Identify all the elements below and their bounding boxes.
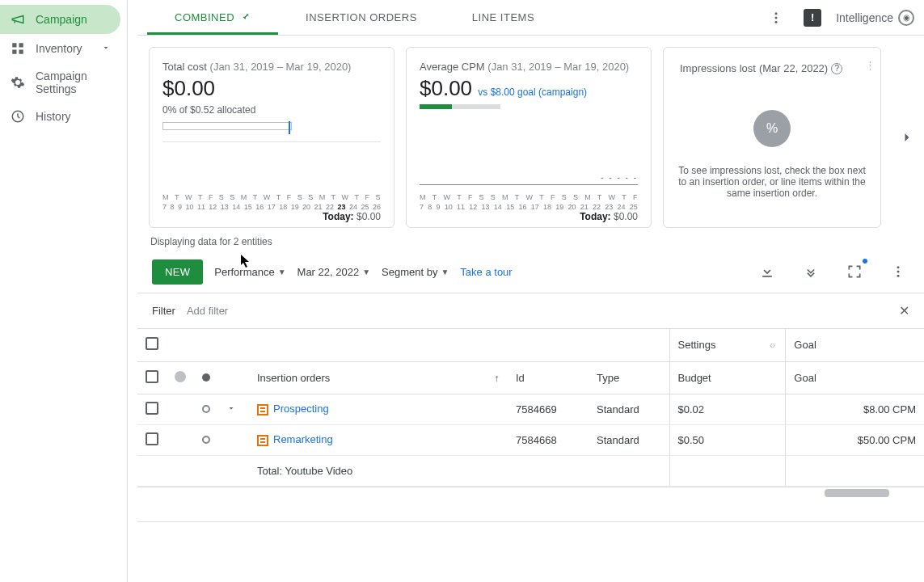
entity-count-text: Displaying data for 2 entities xyxy=(137,228,924,247)
total-label: Total: Youtube Video xyxy=(249,455,508,486)
chevron-down-icon: ▼ xyxy=(362,268,370,276)
cards-row: Total cost (Jan 31, 2019 – Mar 19, 2020)… xyxy=(137,36,924,228)
intelligence-button[interactable]: Intelligence ◉ xyxy=(836,10,914,26)
svg-rect-2 xyxy=(12,50,16,54)
row-goal: $8.00 CPM xyxy=(786,394,924,424)
tab-combined[interactable]: COMBINED xyxy=(147,0,278,35)
sidebar-label: History xyxy=(36,110,71,123)
table-row[interactable]: Prospecting 7584669 Standard $0.02 $8.00… xyxy=(137,394,924,424)
select-all-checkbox[interactable] xyxy=(146,337,158,350)
add-filter-button[interactable]: Add filter xyxy=(187,305,228,317)
download-icon[interactable] xyxy=(754,259,780,285)
select-all-checkbox[interactable] xyxy=(146,370,158,383)
sidebar-item-inventory[interactable]: Inventory xyxy=(0,34,120,63)
fullscreen-icon[interactable] xyxy=(842,259,867,285)
row-type: Standard xyxy=(589,424,669,455)
budget-bar xyxy=(162,122,292,130)
card-range: (Jan 31, 2019 – Mar 19, 2020) xyxy=(487,61,629,73)
expand-rows-icon[interactable] xyxy=(798,259,824,285)
col-group-goal: Goal xyxy=(794,339,816,351)
megaphone-icon xyxy=(10,11,26,27)
card-range: (Mar 22, 2022) xyxy=(759,62,828,74)
top-actions: ! Intelligence ◉ xyxy=(763,5,914,31)
new-button[interactable]: NEW xyxy=(152,259,203,285)
column-resize-handle[interactable]: ‹ › xyxy=(766,340,777,351)
card-title: Total cost xyxy=(162,61,207,73)
dropdown-label: Performance xyxy=(214,266,274,278)
table-bottom-border xyxy=(137,521,924,522)
today-value: $0.00 xyxy=(357,211,381,222)
svg-rect-3 xyxy=(19,50,23,54)
chevron-right-icon[interactable] xyxy=(897,127,918,148)
card-menu-icon[interactable]: ⋮ xyxy=(865,59,875,71)
row-name-link[interactable]: Prospecting xyxy=(273,403,329,415)
card-range: (Jan 31, 2019 – Mar 19, 2020) xyxy=(210,61,352,73)
inbox-icon[interactable]: ! xyxy=(804,9,821,27)
card-subtext: 0% of $0.52 allocated xyxy=(162,104,381,116)
sort-asc-icon: ↑ xyxy=(495,372,500,384)
today-label: Today: xyxy=(323,211,353,222)
help-icon[interactable]: ? xyxy=(831,63,842,74)
svg-point-8 xyxy=(897,266,900,268)
insertion-order-icon xyxy=(257,404,268,415)
segment-dropdown[interactable]: Segment by ▼ xyxy=(382,266,449,278)
table-row[interactable]: Remarketing 7584668 Standard $0.50 $50.0… xyxy=(137,424,924,455)
dropdown-label: Mar 22, 2022 xyxy=(297,266,360,278)
col-type[interactable]: Type xyxy=(589,361,669,394)
inventory-icon xyxy=(10,40,26,57)
card-impressions-lost: ⋮ Impressions lost (Mar 22, 2022) ? % To… xyxy=(663,47,881,228)
row-checkbox[interactable] xyxy=(146,432,158,445)
more-vert-icon[interactable] xyxy=(763,5,789,31)
sidebar-item-history[interactable]: History xyxy=(0,102,120,131)
card-value: $0.00 xyxy=(162,76,381,101)
col-id[interactable]: Id xyxy=(508,361,589,394)
take-tour-link[interactable]: Take a tour xyxy=(460,266,512,278)
card-title: Impressions lost xyxy=(680,62,756,74)
col-label: Insertion orders xyxy=(257,372,330,384)
date-range-dropdown[interactable]: Mar 22, 2022 ▼ xyxy=(297,266,371,278)
tab-insertion-orders[interactable]: INSERTION ORDERS xyxy=(278,0,445,35)
horizontal-scrollbar-thumb[interactable] xyxy=(825,489,889,497)
svg-point-9 xyxy=(897,271,900,273)
chevron-down-icon: ▼ xyxy=(441,268,449,276)
dates-axis: 78910111213141516171819202122232425 xyxy=(420,203,638,211)
performance-dropdown[interactable]: Performance ▼ xyxy=(214,266,285,278)
tab-label: COMBINED xyxy=(175,11,234,23)
sparkline xyxy=(420,184,638,185)
tabs: COMBINED INSERTION ORDERS LINE ITEMS xyxy=(147,0,562,35)
gear-icon xyxy=(10,74,26,91)
days-axis: MTWTFSSMTWTFSSMTWTFS xyxy=(162,193,381,201)
sidebar-label: Campaign xyxy=(36,13,87,26)
row-type: Standard xyxy=(589,394,669,424)
svg-rect-1 xyxy=(19,43,23,47)
sidebar-item-campaign-settings[interactable]: Campaign Settings xyxy=(0,63,120,102)
cards-next xyxy=(892,127,922,148)
progress-bar xyxy=(420,104,500,109)
today-label: Today: xyxy=(580,211,610,222)
row-id: 7584669 xyxy=(508,394,589,424)
expand-toggle[interactable] xyxy=(226,403,241,415)
sidebar: Campaign Inventory Campaign Settings His… xyxy=(0,0,128,582)
tab-label: INSERTION ORDERS xyxy=(306,11,417,23)
close-filter-icon[interactable]: ✕ xyxy=(899,303,909,318)
row-checkbox[interactable] xyxy=(146,402,158,415)
col-budget[interactable]: Budget xyxy=(669,361,758,394)
toolbar: NEW Performance ▼ Mar 22, 2022 ▼ Segment… xyxy=(137,247,924,293)
row-name-link[interactable]: Remarketing xyxy=(273,433,333,445)
pin-icon xyxy=(241,11,251,23)
sidebar-item-campaign[interactable]: Campaign xyxy=(0,5,120,34)
table-wrapper: Settings ‹ › Goal Insertion orders ↑ Id … xyxy=(137,329,924,487)
col-group-settings: Settings xyxy=(678,339,716,351)
sidebar-label: Campaign Settings xyxy=(36,70,111,95)
row-budget: $0.50 xyxy=(669,424,758,455)
more-vert-icon[interactable] xyxy=(885,259,911,285)
chevron-down-icon xyxy=(101,42,111,55)
col-insertion-orders[interactable]: Insertion orders ↑ xyxy=(249,361,508,394)
tab-line-items[interactable]: LINE ITEMS xyxy=(445,0,562,35)
percent-placeholder: % xyxy=(753,110,791,147)
col-goal[interactable]: Goal xyxy=(786,361,924,394)
bulb-icon: ◉ xyxy=(898,10,914,26)
dates-axis: 7891011121314151617181920212223242526 xyxy=(162,203,381,211)
card-average-cpm: Average CPM (Jan 31, 2019 – Mar 19, 2020… xyxy=(406,47,652,228)
svg-rect-0 xyxy=(12,43,16,47)
